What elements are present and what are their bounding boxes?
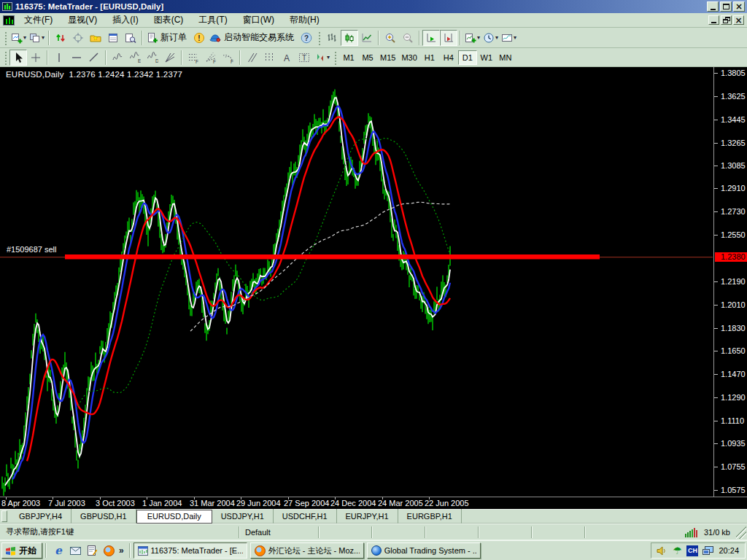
data-window-button[interactable] [122,30,139,46]
help-button[interactable]: ? [298,30,315,46]
zoom-out-button[interactable] [399,30,417,46]
tab-gbpusd-h1[interactable]: GBPUSD,H1 [71,509,136,524]
candlestick-type-button[interactable] [341,30,358,46]
price-scale[interactable]: 1.2380 1.38051.36251.34451.32651.30851.2… [713,67,747,497]
fibo-retracement-button[interactable]: F [185,50,202,66]
wave-tool-button[interactable] [109,50,126,66]
tab-eurgbp-h1[interactable]: EURGBP,H1 [398,509,462,524]
taskbar-divider [129,543,131,558]
language-indicator[interactable]: CH [686,545,698,556]
menu-charts[interactable]: 图表(C) [149,12,189,28]
child-restore-button[interactable] [721,15,732,25]
child-minimize-button[interactable] [708,15,719,25]
new-chart-button[interactable]: ▾ [9,30,28,46]
zoom-in-button[interactable] [382,30,399,46]
timeframe-h1[interactable]: H1 [420,50,439,65]
status-profile[interactable]: Default [239,526,318,538]
tabs-scroll-grip[interactable] [1,510,7,522]
child-close-button[interactable]: × [733,15,744,25]
price-chart-svg[interactable] [0,67,713,497]
profiles-button[interactable]: ▾ [28,30,46,46]
menu-view[interactable]: 显视(V) [63,12,102,28]
price-tick [714,443,718,444]
chart-ohlc-header: EURUSD,Daily 1.2376 1.2424 1.2342 1.2377 [6,70,182,79]
templates-button[interactable]: ▾ [500,30,518,46]
menu-window[interactable]: 窗口(W) [238,12,279,28]
separator [105,50,107,65]
start-button[interactable]: 开始 [1,542,42,559]
timeframe-w1[interactable]: W1 [477,50,496,65]
price-label: 1.0575 [721,486,746,494]
task-button-global-trading[interactable]: Global Trading System - ... [367,542,481,559]
market-watch-button[interactable] [104,30,122,46]
volume-icon[interactable] [656,545,667,556]
menu-tools[interactable]: 工具(T) [193,12,232,28]
experts-alert-icon[interactable]: ! [190,30,208,46]
arrows-tool-button[interactable]: ▾ [313,50,331,66]
cycle-lines-button[interactable] [260,50,278,66]
wave-e-tool-button[interactable]: E [126,50,144,66]
timeframe-h4[interactable]: H4 [439,50,458,65]
timeframe-m15[interactable]: M15 [377,50,398,65]
network-icon[interactable] [702,545,713,556]
task-button-firefox-forum[interactable]: 外汇论坛 - 主论坛 - Moz... [250,542,364,559]
ie-icon[interactable]: e [52,544,65,557]
tick-chart-button[interactable] [52,30,69,46]
separator [239,50,241,65]
auto-scroll-button[interactable] [422,30,440,46]
tab-eurusd-daily[interactable]: EURUSD,Daily [136,510,212,524]
timeframe-m5[interactable]: M5 [358,50,377,65]
periods-button[interactable]: ▾ [481,30,500,46]
timeframe-m1[interactable]: M1 [339,50,358,65]
taskbar-clock[interactable]: 20:24 [717,546,739,555]
notes-icon[interactable] [85,544,98,557]
vertical-line-button[interactable] [50,50,68,66]
tab-gbpjpy-h4[interactable]: GBPJPY,H4 [10,509,71,524]
svg-text:!: ! [198,34,200,42]
timeframe-m30[interactable]: M30 [398,50,419,65]
menu-file[interactable]: 文件(F) [19,12,58,28]
chevron-down-icon: ▾ [514,34,516,41]
task-button-metatrader[interactable]: 116375: MetaTrader - [E... [133,542,247,559]
bar-chart-type-button[interactable] [323,30,341,46]
tab-usdjpy-h1[interactable]: USDJPY,H1 [212,509,274,524]
menu-insert[interactable]: 插入(I) [107,12,143,28]
favorites-button[interactable] [87,30,104,46]
fibo-arcs-button[interactable]: F [220,50,237,66]
text-tool-button[interactable]: A [278,50,295,66]
tab-usdchf-h1[interactable]: USDCHF,H1 [274,509,337,524]
line-chart-type-button[interactable] [358,30,376,46]
maximize-button[interactable] [720,1,732,12]
price-tick [714,73,718,74]
antivirus-umbrella-icon[interactable]: ☂ [671,545,683,556]
fibo-fan-button[interactable]: F [202,50,220,66]
chart-window-icon[interactable] [3,15,15,26]
text-label-tool-button[interactable]: T [295,50,313,66]
wave-d-tool-button[interactable]: D [144,50,161,66]
timeframe-d1[interactable]: D1 [458,50,477,65]
pitchfork-button[interactable] [243,50,260,66]
chart-area[interactable]: EURUSD,Daily 1.2376 1.2424 1.2342 1.2377… [0,67,747,509]
order-line-label: #1509687 sell [7,245,57,254]
crosshair-button[interactable] [27,50,44,66]
separator [181,50,182,65]
tab-eurjpy-h1[interactable]: EURJPY,H1 [337,509,398,524]
mail-icon[interactable] [69,544,82,557]
menu-help[interactable]: 帮助(H) [285,12,325,28]
autotrading-button[interactable]: 启动智能交易系统 [208,30,298,46]
minimize-button[interactable] [707,1,719,12]
horizontal-line-button[interactable] [68,50,85,66]
cursor-button[interactable] [9,50,27,66]
gann-fan-button[interactable] [161,50,179,66]
resize-grip[interactable] [736,526,746,539]
time-axis-labels: 8 Apr 20037 Jul 20033 Oct 20031 Jan 2004… [0,499,713,509]
new-order-button[interactable]: 新订单 [145,30,190,46]
firefox-icon[interactable] [102,544,115,557]
chart-shift-button[interactable] [440,30,457,46]
close-button[interactable]: × [733,1,745,12]
quick-launch-overflow-chevron[interactable]: » [119,545,124,556]
timeframe-mn[interactable]: MN [496,50,515,65]
crosshair-target-button[interactable] [69,30,87,46]
indicators-button[interactable]: ▾ [463,30,481,46]
trendline-button[interactable] [85,50,103,66]
